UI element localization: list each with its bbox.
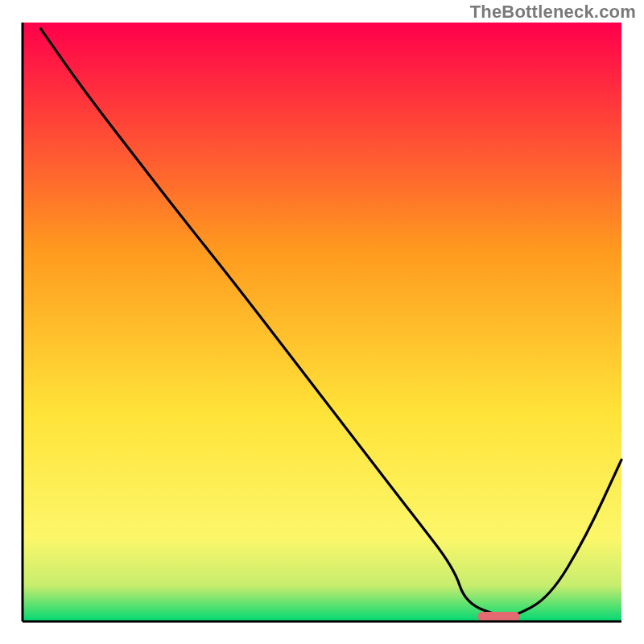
sweet-spot-marker [477, 612, 519, 621]
chart-stage: TheBottleneck.com [0, 0, 644, 644]
watermark-label: TheBottleneck.com [470, 2, 636, 23]
bottleneck-plot [0, 0, 644, 644]
plot-background [23, 23, 621, 621]
